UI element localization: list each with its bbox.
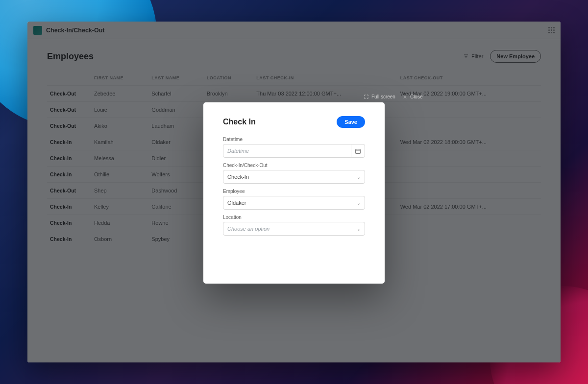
location-select[interactable]: Choose an option ⌄ [223,222,365,236]
employee-label: Employee [223,189,365,194]
close-label: Close [410,94,423,99]
modal-title: Check In [223,118,256,126]
modal-toolbar: Full screen Close [364,94,422,99]
checkin-modal: Check In Save Datetime Datetime Check-In… [203,102,385,284]
fullscreen-label: Full screen [371,94,395,99]
close-button[interactable]: Close [402,94,423,99]
location-label: Location [223,215,365,220]
datetime-input[interactable]: Datetime [223,144,365,158]
chevron-down-icon: ⌄ [357,226,361,232]
mode-value: Check-In [227,174,249,180]
field-location: Location Choose an option ⌄ [223,215,365,236]
datetime-label: Datetime [223,137,365,142]
datetime-placeholder: Datetime [227,148,249,154]
location-placeholder: Choose an option [227,226,270,232]
employee-select[interactable]: Oldaker ⌄ [223,196,365,210]
close-icon [402,94,408,99]
chevron-down-icon: ⌄ [357,174,361,180]
save-button[interactable]: Save [337,116,365,128]
modal-header: Check In Save [223,116,365,128]
fullscreen-icon [364,94,369,99]
fullscreen-button[interactable]: Full screen [364,94,395,99]
mode-label: Check-In/Check-Out [223,163,365,168]
employee-value: Oldaker [227,200,246,206]
field-datetime: Datetime Datetime [223,137,365,158]
chevron-down-icon: ⌄ [357,200,361,206]
mode-select[interactable]: Check-In ⌄ [223,170,365,184]
field-employee: Employee Oldaker ⌄ [223,189,365,210]
calendar-icon[interactable] [351,144,365,157]
modal-overlay[interactable]: Full screen Close Check In Save Datetime… [27,22,561,362]
field-mode: Check-In/Check-Out Check-In ⌄ [223,163,365,184]
svg-rect-3 [356,149,361,153]
app-window: Check-In/Check-Out Employees Filter New … [27,22,561,362]
